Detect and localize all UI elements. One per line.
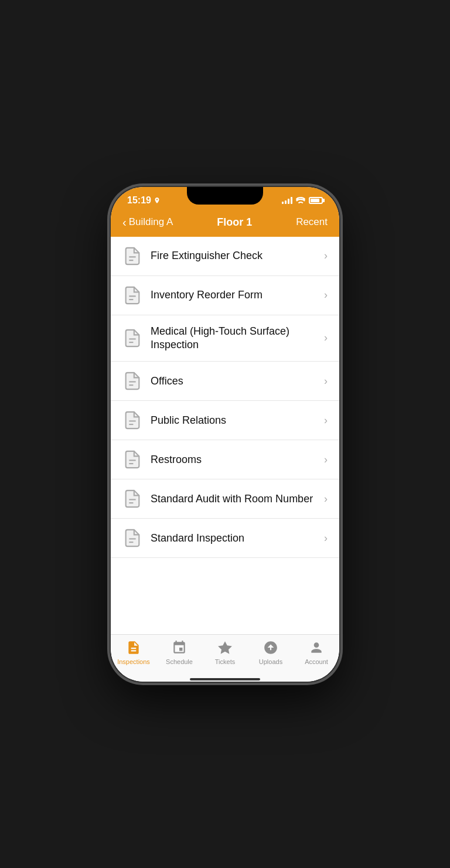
status-icons [282,197,323,204]
list-item-label: Public Relations [151,414,318,427]
time-display: 15:19 [127,195,151,206]
chevron-right-icon: › [324,532,328,544]
chevron-right-icon: › [324,332,328,344]
uploads-tab-label: Uploads [259,658,282,665]
tab-uploads[interactable]: Uploads [248,639,294,665]
wifi-icon [296,197,305,204]
list-item-label: Restrooms [151,453,318,467]
list-item-label: Standard Audit with Room Number [151,492,318,506]
phone-frame: 15:19 ‹ Building A [111,187,339,682]
signal-icon [282,197,292,204]
chevron-right-icon: › [324,493,328,505]
list-item-label: Standard Inspection [151,532,318,545]
list-item-label: Fire Extinguisher Check [151,249,318,263]
battery-icon [309,197,323,204]
list-container: Fire Extinguisher Check › Inventory Reor… [111,237,339,634]
tab-account[interactable]: Account [294,639,339,665]
status-time: 15:19 [127,195,161,206]
chevron-right-icon: › [324,414,328,427]
back-button[interactable]: ‹ Building A [122,216,173,228]
list-item[interactable]: Standard Inspection › [111,519,339,558]
inspections-tab-icon [125,639,142,656]
account-tab-icon [308,639,325,656]
list-item-label: Medical (High-Touch Surface) Inspection [151,325,318,352]
list-item[interactable]: Fire Extinguisher Check › [111,237,339,276]
document-icon [122,371,142,391]
chevron-right-icon: › [324,289,328,301]
tab-bar: Inspections Schedule T [111,634,339,677]
tickets-tab-icon [217,639,233,656]
chevron-right-icon: › [324,250,328,262]
schedule-tab-icon [171,639,188,656]
list-item-label: Inventory Reorder Form [151,288,318,302]
inspections-tab-label: Inspections [117,658,150,665]
recent-button[interactable]: Recent [296,216,328,228]
location-icon [154,197,161,204]
nav-header: ‹ Building A Floor 1 Recent [111,210,339,237]
document-icon [122,246,142,266]
chevron-right-icon: › [324,454,328,466]
tab-inspections[interactable]: Inspections [111,639,156,665]
document-icon [122,285,142,305]
page-title: Floor 1 [217,216,252,229]
back-chevron-icon: ‹ [122,216,127,228]
list-item[interactable]: Inventory Reorder Form › [111,276,339,315]
home-indicator [111,677,339,682]
list-item[interactable]: Restrooms › [111,440,339,479]
list-item[interactable]: Public Relations › [111,401,339,440]
tab-schedule[interactable]: Schedule [156,639,202,665]
document-icon [122,489,142,509]
notch [187,187,263,205]
document-icon [122,528,142,548]
document-icon [122,450,142,469]
list-item[interactable]: Standard Audit with Room Number › [111,479,339,519]
screen: 15:19 ‹ Building A [111,187,339,682]
uploads-tab-icon [262,639,279,656]
list-item[interactable]: Medical (High-Touch Surface) Inspection … [111,315,339,362]
document-icon [122,328,142,348]
back-label: Building A [129,216,173,228]
schedule-tab-label: Schedule [166,658,193,665]
list-item[interactable]: Offices › [111,362,339,401]
document-icon [122,410,142,430]
list-item-label: Offices [151,375,318,388]
chevron-right-icon: › [324,375,328,387]
tab-tickets[interactable]: Tickets [202,639,248,665]
account-tab-label: Account [305,658,328,665]
tickets-tab-label: Tickets [215,658,235,665]
